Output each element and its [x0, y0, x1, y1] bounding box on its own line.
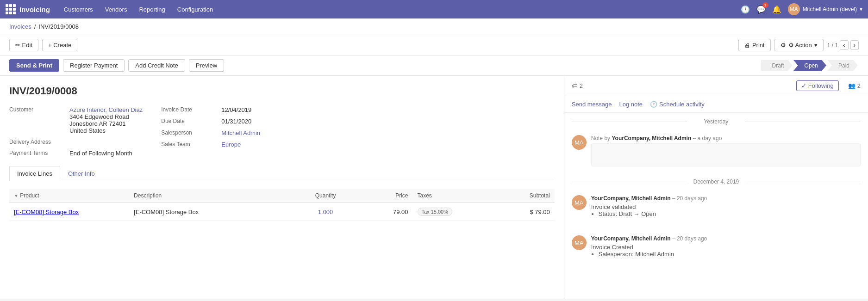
- message-content-yesterday: Note by YourCompany, Mitchell Admin – a …: [591, 135, 861, 166]
- message-log-created: Invoice Created Salesperson: Mitchell Ad…: [591, 244, 861, 258]
- message-header-yesterday: Note by YourCompany, Mitchell Admin – a …: [591, 135, 861, 141]
- app-title: Invoicing: [19, 6, 50, 13]
- message-header-created: YourCompany, Mitchell Admin – 20 days ag…: [591, 235, 861, 242]
- bell-icon[interactable]: 🔔: [772, 5, 781, 14]
- col-header-quantity: Quantity: [293, 189, 358, 203]
- field-group-left: Customer Azure Interior, Colleen Diaz 34…: [9, 106, 143, 157]
- app-brand[interactable]: Invoicing: [6, 4, 50, 14]
- tag-count-value: 2: [580, 82, 583, 89]
- create-button[interactable]: + Create: [42, 39, 77, 51]
- message-time-created: 20 days ago: [677, 235, 707, 242]
- breadcrumb-separator: /: [34, 23, 36, 30]
- payment-terms-label: Payment Terms: [9, 150, 65, 156]
- avatar: MA: [788, 3, 800, 15]
- tag-icon: 🏷: [572, 82, 578, 89]
- sort-down-icon: ▼: [14, 193, 19, 198]
- sales-team-link[interactable]: Europe: [221, 141, 241, 148]
- main-nav: Customers Vendors Reporting Configuratio…: [59, 4, 218, 15]
- people-icon: 👥: [848, 82, 856, 89]
- step-open[interactable]: Open: [793, 60, 826, 71]
- chatter-toolbar: 🏷 2 ✓ Following 👥 2: [564, 76, 868, 96]
- send-print-button[interactable]: Send & Print: [9, 59, 59, 72]
- message-item-created: MA YourCompany, Mitchell Admin – 20 days…: [572, 231, 861, 264]
- cell-subtotal: $ 79.00: [500, 203, 555, 221]
- product-link[interactable]: [E-COM08] Storage Box: [14, 209, 79, 215]
- pagination: 1 / 1 ‹ ›: [827, 40, 859, 50]
- action-label: ⚙ Action: [788, 42, 812, 49]
- message-log-item: Status: Draft → Open: [599, 210, 861, 217]
- chat-icon[interactable]: 💬 1: [756, 5, 766, 14]
- pagination-prev[interactable]: ‹: [840, 40, 848, 50]
- preview-button[interactable]: Preview: [189, 59, 224, 72]
- nav-configuration[interactable]: Configuration: [173, 4, 218, 15]
- customer-field: Customer Azure Interior, Colleen Diaz 34…: [9, 106, 143, 134]
- field-group-right: Invoice Date 12/04/2019 Due Date 01/31/2…: [161, 106, 260, 157]
- breadcrumb-current: INV/2019/0008: [38, 23, 79, 30]
- nav-customers[interactable]: Customers: [59, 4, 98, 15]
- date-separator-dec4: December 4, 2019: [572, 178, 861, 185]
- note-prefix: Note by: [591, 135, 610, 141]
- add-credit-note-button[interactable]: Add Credit Note: [128, 59, 185, 72]
- chat-badge: 1: [762, 2, 768, 8]
- avatar-created: MA: [572, 235, 587, 250]
- invoice-panel: INV/2019/0008 Customer Azure Interior, C…: [0, 76, 564, 299]
- message-log-title-created: Invoice Created: [591, 244, 861, 251]
- invoice-date-value: 12/04/2019: [221, 106, 251, 113]
- send-message-button[interactable]: Send message: [572, 101, 612, 108]
- message-author-created: YourCompany, Mitchell Admin: [591, 235, 671, 242]
- tag-count: 🏷 2: [572, 82, 583, 89]
- following-label: Following: [808, 82, 834, 89]
- invoice-date-field: Invoice Date 12/04/2019: [161, 106, 260, 113]
- message-item-validated: MA YourCompany, Mitchell Admin – 20 days…: [572, 190, 861, 223]
- schedule-activity-button[interactable]: 🕐 Schedule activity: [650, 101, 705, 108]
- log-note-button[interactable]: Log note: [619, 101, 643, 108]
- pagination-next[interactable]: ›: [850, 40, 859, 50]
- invoice-title: INV/2019/0008: [9, 85, 555, 97]
- print-button[interactable]: 🖨 Print: [738, 39, 770, 51]
- delivery-address-field: Delivery Address: [9, 139, 143, 145]
- message-author-validated: YourCompany, Mitchell Admin: [591, 195, 671, 202]
- action-dropdown-icon: ▾: [814, 42, 818, 49]
- chatter-panel: 🏷 2 ✓ Following 👥 2 Send message Log not…: [564, 76, 868, 299]
- step-draft[interactable]: Draft: [761, 60, 793, 71]
- register-payment-button[interactable]: Register Payment: [63, 59, 125, 72]
- nav-reporting[interactable]: Reporting: [134, 4, 169, 15]
- col-header-product: ▼ Product: [9, 189, 129, 203]
- breadcrumb-parent[interactable]: Invoices: [9, 23, 31, 30]
- nav-vendors[interactable]: Vendors: [100, 4, 132, 15]
- clock-small-icon: 🕐: [650, 101, 657, 108]
- edit-button[interactable]: ✏ Edit: [9, 39, 38, 51]
- user-menu[interactable]: MA Mitchell Admin (devel) ▾: [788, 3, 862, 15]
- salesperson-link[interactable]: Mitchell Admin: [221, 129, 260, 136]
- cell-taxes: Tax 15.00%: [413, 203, 500, 221]
- action-icon: ⚙: [781, 42, 786, 49]
- user-label: Mitchell Admin (devel): [803, 6, 857, 12]
- message-header-validated: YourCompany, Mitchell Admin – 20 days ag…: [591, 195, 861, 202]
- customer-address1: 3404 Edgewood Road: [69, 113, 143, 120]
- product-table: ▼ Product Description Quantity Price Tax…: [9, 189, 555, 221]
- col-header-price: Price: [358, 189, 413, 203]
- message-log-validated: Invoice validated Status: Draft → Open: [591, 203, 861, 217]
- pagination-info: 1 / 1: [827, 42, 838, 49]
- breadcrumb: Invoices / INV/2019/0008: [0, 18, 868, 35]
- message-author-yesterday: YourCompany, Mitchell Admin: [612, 135, 691, 141]
- step-paid[interactable]: Paid: [827, 60, 858, 71]
- checkmark-icon: ✓: [801, 82, 806, 89]
- tab-other-info[interactable]: Other Info: [60, 166, 103, 181]
- avatar-yesterday: MA: [572, 135, 587, 150]
- action-button[interactable]: ⚙ ⚙ Action ▾: [774, 39, 824, 51]
- invoice-fields: Customer Azure Interior, Colleen Diaz 34…: [9, 106, 555, 157]
- sales-team-field: Sales Team Europe: [161, 141, 260, 148]
- following-button[interactable]: ✓ Following: [796, 80, 839, 91]
- nav-icons: 🕐 💬 1 🔔 MA Mitchell Admin (devel) ▾: [741, 3, 862, 15]
- quantity-value[interactable]: 1.000: [318, 209, 333, 215]
- tabs: Invoice Lines Other Info: [9, 166, 555, 181]
- table-row: [E-COM08] Storage Box [E-COM08] Storage …: [9, 203, 555, 221]
- clock-icon[interactable]: 🕐: [741, 5, 750, 14]
- salesperson-field: Salesperson Mitchell Admin: [161, 129, 260, 136]
- salesperson-value: Mitchell Admin: [221, 129, 260, 136]
- col-header-description: Description: [129, 189, 293, 203]
- customer-name[interactable]: Azure Interior, Colleen Diaz: [69, 106, 143, 113]
- tab-invoice-lines[interactable]: Invoice Lines: [9, 166, 60, 181]
- customer-country: United States: [69, 127, 143, 134]
